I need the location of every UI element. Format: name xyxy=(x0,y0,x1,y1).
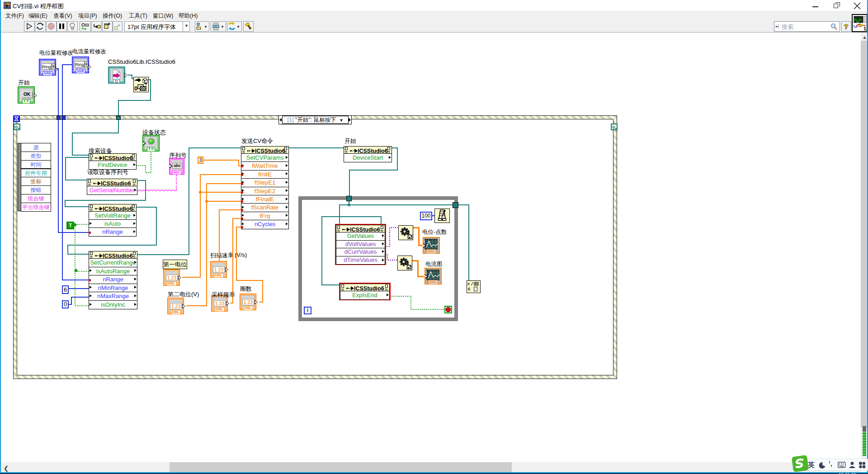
svg-text:#: # xyxy=(467,282,470,286)
